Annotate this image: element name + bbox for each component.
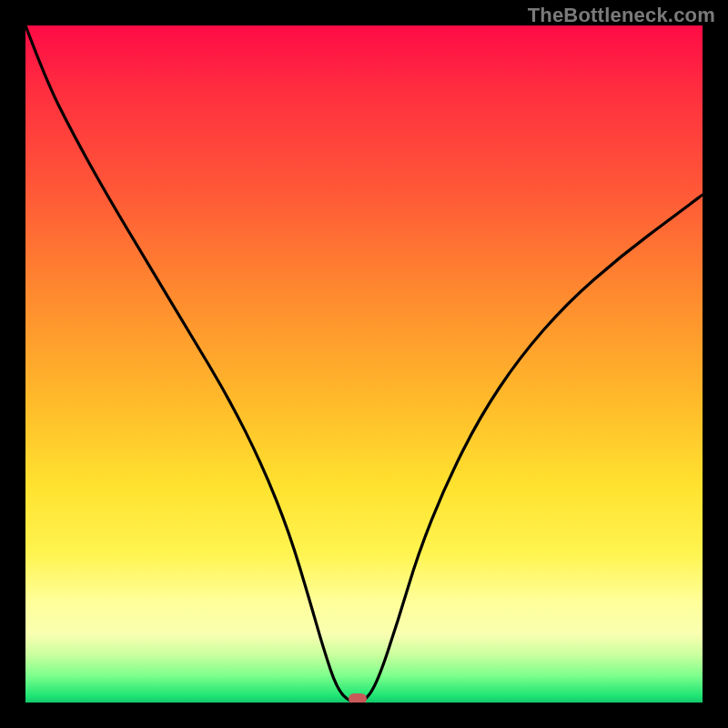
watermark-text: TheBottleneck.com: [528, 4, 715, 27]
plot-area: [25, 25, 703, 703]
chart-frame: TheBottleneck.com: [0, 0, 728, 728]
minimum-marker: [349, 693, 367, 703]
bottleneck-curve: [25, 25, 703, 703]
